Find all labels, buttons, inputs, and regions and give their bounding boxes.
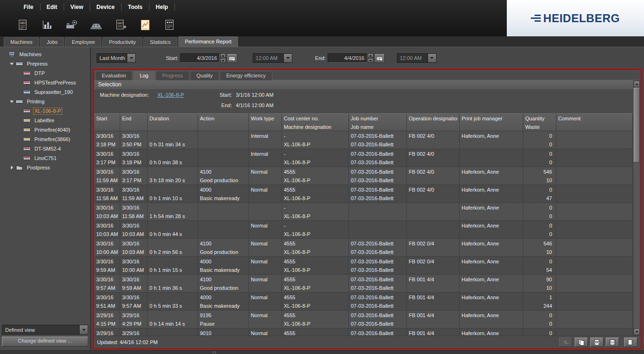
period-dropdown-icon[interactable] (127, 54, 135, 62)
spin-down-icon[interactable] (220, 58, 226, 63)
performance-curve-icon[interactable] (136, 17, 154, 33)
end-date-input[interactable]: 4/4/2016 (328, 53, 367, 63)
table-row[interactable]: 3/30/169:51 AM3/30/169:57 AM0 h 5 min 33… (94, 293, 633, 311)
machine-designation-link[interactable]: XL-106-8-P (157, 92, 184, 98)
export-button[interactable] (624, 337, 637, 347)
menu-device[interactable]: Device (90, 0, 121, 14)
menu-edit[interactable]: Edit (40, 0, 64, 14)
defined-view-dropdown-icon[interactable] (79, 325, 88, 334)
table-row[interactable]: 3/29/163/29/169010Normal455507-03-2016-B… (94, 329, 633, 336)
column-header-action[interactable]: Action (198, 114, 249, 131)
table-row[interactable]: 3/30/169:59 AM3/30/1610:00 AM0 h 1 min 1… (94, 257, 633, 275)
save-button[interactable] (606, 337, 619, 347)
panel-tab-log[interactable]: Log (133, 71, 155, 80)
start-date-spinner[interactable] (220, 53, 226, 63)
tab-performance-report[interactable]: Performance Report (178, 36, 238, 47)
panel-tab-progress[interactable]: Progress (156, 71, 190, 80)
table-row[interactable]: 3/30/1611:58 AM3/30/1611:59 AM0 h 1 min … (94, 185, 633, 203)
column-header-start[interactable]: Start (94, 114, 120, 131)
column-header-work-type[interactable]: Work type (249, 114, 282, 131)
expand-icon[interactable] (9, 165, 15, 170)
tree-item-hpstestprepress[interactable]: HPSTestPrePress (0, 78, 90, 87)
end-time-select[interactable]: 12:00 AM (397, 53, 437, 63)
tree-item-primefire-4040[interactable]: Primefire(4040) (0, 125, 90, 135)
table-row[interactable]: 3/30/1610:03 AM3/30/1610:03 AM0 h 0 min … (94, 221, 633, 239)
menu-tools[interactable]: Tools (121, 0, 149, 14)
collapse-icon[interactable] (9, 61, 15, 67)
table-row[interactable]: 3/30/163:18 PM3/30/163:50 PM0 h 31 min 3… (94, 131, 633, 149)
report-edit-icon[interactable]: ABC (111, 17, 130, 33)
splitter-grip-icon[interactable] (213, 351, 214, 354)
tree-item-dtp[interactable]: DTP (0, 68, 90, 78)
start-date-input[interactable]: 4/3/2016 (180, 53, 220, 63)
tab-employee[interactable]: Employee (65, 37, 101, 47)
cell-start: 3/30/169:51 AM (94, 293, 120, 310)
scrollbar-down-icon[interactable] (634, 329, 640, 335)
start-time-select[interactable]: 12:00 AM (253, 53, 292, 63)
cell-cost-center: -XL-106-8-P (282, 149, 349, 167)
tree-item-machines[interactable]: Machines (0, 50, 90, 59)
machine-config-icon[interactable] (62, 17, 81, 33)
tab-productivity[interactable]: Productivity (102, 37, 142, 47)
tree-item-dt-sm52-4[interactable]: DT-SM52-4 (0, 144, 90, 153)
cell-quantity: 00 (523, 131, 556, 149)
tree-item-linoc751[interactable]: LinoC751 (0, 153, 90, 163)
column-header-duration[interactable]: Duration (148, 114, 198, 131)
copy-button[interactable] (575, 337, 588, 347)
cell-cost-center: 4555XL-106-8-P (282, 185, 349, 202)
spin-down-icon[interactable] (368, 58, 373, 63)
table-row[interactable]: 3/30/169:57 AM3/30/169:59 AM0 h 1 min 36… (94, 275, 633, 293)
column-header-job-number[interactable]: Job numberJob name (349, 114, 407, 131)
start-calendar-button[interactable] (227, 53, 237, 63)
scrollbar-thumb[interactable] (634, 88, 640, 162)
column-header-operation-designation[interactable]: Operation designation (407, 114, 460, 131)
menu-file[interactable]: File (17, 0, 40, 14)
report-abc-icon[interactable]: ABC (13, 17, 32, 33)
cell-cost-center: 4555XL-106-8-P (282, 167, 349, 185)
start-time-dropdown-icon[interactable] (283, 54, 292, 62)
end-calendar-button[interactable] (374, 53, 385, 63)
collapse-icon[interactable] (9, 99, 15, 104)
transfer-button[interactable] (559, 337, 572, 347)
panel-tab-energy-efficiency[interactable]: Energy efficiency (220, 71, 272, 80)
menu-help[interactable]: Help (149, 0, 174, 14)
column-header-quantity[interactable]: QuantityWaste (523, 114, 556, 131)
print-button[interactable] (590, 337, 603, 347)
end-time-dropdown-icon[interactable] (428, 54, 436, 62)
table-row[interactable]: 3/30/1610:03 AM3/30/1611:58 AM1 h 54 min… (94, 203, 633, 221)
table-row[interactable]: 3/30/1610:00 AM3/30/1610:03 AM0 h 2 min … (94, 239, 633, 257)
spin-up-icon[interactable] (220, 53, 226, 58)
data-report-icon[interactable] (160, 17, 179, 33)
cell-duration (148, 329, 198, 336)
tree-item-primefire-3866[interactable]: Primefire(3866) (0, 135, 90, 144)
column-header-comment[interactable]: Comment (556, 114, 633, 131)
tree-item-xl-106-8-p[interactable]: XL-106-8-P (0, 106, 90, 116)
spin-up-icon[interactable] (368, 53, 373, 58)
tree-item-postpress[interactable]: Postpress (0, 163, 90, 172)
tree-item-prepress[interactable]: Prepress (0, 59, 90, 68)
column-header-print-job-manager[interactable]: Print job manager (460, 114, 523, 131)
column-header-cost-center-no[interactable]: Cost center no.Machine designation (282, 114, 349, 131)
defined-view-select[interactable]: Defined view (2, 325, 88, 335)
menu-view[interactable]: View (64, 0, 90, 14)
tree-item-labelfire[interactable]: Labelfire (0, 116, 90, 125)
tab-jobs[interactable]: Jobs (40, 37, 64, 47)
panel-tab-evaluation[interactable]: Evaluation (95, 71, 132, 80)
chart-report-icon[interactable] (38, 17, 56, 33)
change-defined-view-button[interactable]: Change defined view ... (2, 337, 88, 346)
splitter-grip-icon[interactable] (215, 351, 216, 354)
machine-counter-icon[interactable] (87, 17, 105, 33)
table-row[interactable]: 3/30/163:17 PM3/30/163:18 PM0 h 0 min 38… (94, 149, 633, 167)
column-header-end[interactable]: End (120, 114, 148, 131)
panel-tab-quality[interactable]: Quality (190, 71, 219, 80)
end-date-spinner[interactable] (368, 53, 373, 63)
table-row[interactable]: 3/30/1611:59 AM3/30/163:17 PM3 h 18 min … (94, 167, 633, 185)
table-row[interactable]: 3/29/164:15 PM3/29/164:29 PM0 h 14 min 1… (94, 311, 633, 329)
tab-statistics[interactable]: Statistics (143, 37, 177, 47)
vertical-scrollbar[interactable] (633, 80, 640, 336)
period-select[interactable]: Last Month (97, 53, 136, 63)
scrollbar-up-icon[interactable] (634, 81, 640, 87)
tab-machines[interactable]: Machines (4, 37, 39, 47)
tree-item-printing[interactable]: Printing (0, 97, 90, 106)
tree-item-suprasetter-190[interactable]: Suprasetter_190 (0, 87, 90, 97)
